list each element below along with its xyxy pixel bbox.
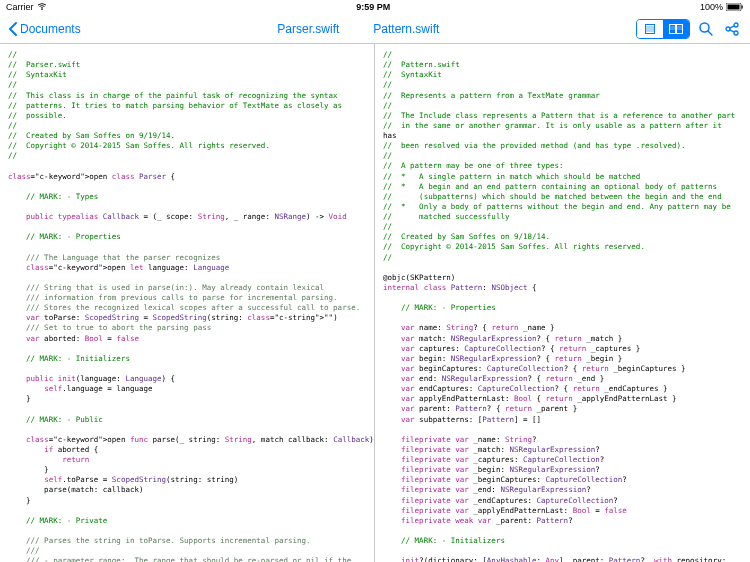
share-button[interactable] (722, 19, 742, 39)
svg-line-20 (730, 29, 735, 31)
back-label: Documents (20, 22, 81, 36)
battery-icon (726, 3, 744, 11)
status-right: 100% (700, 2, 744, 12)
svg-rect-2 (728, 5, 740, 10)
split-pane-button[interactable] (663, 20, 689, 38)
svg-rect-3 (742, 6, 743, 9)
battery-percent: 100% (700, 2, 723, 12)
editor-split: // // Parser.swift // SyntaxKit // // Th… (0, 44, 750, 562)
svg-point-0 (41, 9, 43, 11)
status-time: 9:59 PM (356, 2, 390, 12)
status-left: Carrier (6, 2, 47, 12)
tab-pattern[interactable]: Pattern.swift (373, 22, 439, 36)
svg-line-19 (730, 25, 735, 27)
nav-bar: Documents Parser.swift Pattern.swift (0, 14, 750, 44)
back-button[interactable]: Documents (8, 21, 81, 37)
svg-point-17 (734, 23, 738, 27)
svg-point-18 (734, 31, 738, 35)
svg-point-16 (726, 27, 730, 31)
nav-right-controls (636, 19, 742, 39)
search-button[interactable] (696, 19, 716, 39)
status-bar: Carrier 9:59 PM 100% (0, 0, 750, 14)
right-editor-pane[interactable]: // // Pattern.swift // SyntaxKit // // R… (375, 44, 750, 562)
left-editor-pane[interactable]: // // Parser.swift // SyntaxKit // // Th… (0, 44, 375, 562)
single-pane-button[interactable] (637, 20, 663, 38)
chevron-left-icon (8, 21, 18, 37)
layout-segmented-control[interactable] (636, 19, 690, 39)
nav-tabs: Parser.swift Pattern.swift (277, 22, 439, 36)
svg-line-15 (708, 31, 712, 35)
tab-parser[interactable]: Parser.swift (277, 22, 339, 36)
carrier-label: Carrier (6, 2, 34, 12)
wifi-icon (37, 3, 47, 11)
